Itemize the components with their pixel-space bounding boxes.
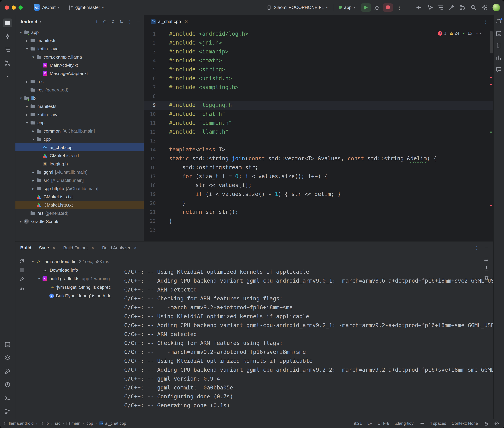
code-line[interactable]: 21 return str.str(); — [144, 208, 493, 216]
error-count[interactable]: !3 — [438, 31, 446, 36]
more-actions-icon[interactable]: ⋮ — [396, 5, 403, 10]
device-selector[interactable]: Xiaomi POCOPHONE F1 ▾ — [264, 3, 330, 11]
vcs-stripe-mark[interactable] — [490, 132, 492, 132]
build-console[interactable]: C/C++: -- Using KleidiAI optimized kerne… — [121, 254, 493, 418]
error-stripe-mark[interactable] — [490, 205, 492, 206]
build-tool-button[interactable] — [3, 367, 12, 376]
tree-item-manifests[interactable]: ▸manifests — [16, 36, 144, 45]
clear-all-icon[interactable] — [484, 275, 489, 280]
profiler-icon[interactable] — [495, 54, 502, 61]
line-number[interactable]: 10 — [144, 110, 161, 118]
line-number[interactable]: 15 — [144, 154, 161, 163]
stop-sync-icon[interactable] — [20, 268, 24, 272]
line-number[interactable]: 13 — [144, 136, 161, 145]
locate-file-icon[interactable]: ⊙ — [103, 19, 107, 24]
tree-item-src[interactable]: ▸src[AiChat.lib.main] — [16, 176, 144, 184]
device-manager-icon[interactable] — [495, 31, 502, 37]
line-number[interactable]: 8 — [144, 92, 161, 101]
file-encoding[interactable]: UTF-8 — [378, 421, 389, 426]
tree-item-lib[interactable]: ▾lib — [16, 94, 144, 102]
device-explorer-tool-button[interactable] — [3, 340, 12, 349]
settings-icon[interactable] — [481, 4, 487, 10]
line-number[interactable]: 23 — [144, 225, 161, 234]
editor-tab-ai-chat-cpp[interactable]: C+ ai_chat.cpp × — [147, 15, 192, 28]
line-number[interactable]: 4 — [144, 56, 161, 65]
tree-item-ai-chat-cpp[interactable]: C+ai_chat.cpp — [16, 143, 144, 151]
tree-item-messageadapter[interactable]: KMessageAdapter.kt — [16, 69, 144, 77]
scroll-to-end-icon[interactable] — [484, 266, 489, 271]
code-line[interactable]: 14template<class T> — [144, 145, 493, 154]
warning-count[interactable]: ⚠24 — [450, 31, 459, 36]
breadcrumb-item[interactable]: main — [67, 421, 80, 426]
indent-setting[interactable]: 4 spaces — [430, 421, 446, 426]
close-window-button[interactable] — [5, 5, 9, 9]
code-line[interactable]: 11#include "common.h" — [144, 118, 493, 127]
profile-avatar[interactable] — [492, 4, 500, 11]
task-list-icon[interactable] — [437, 4, 444, 10]
line-number[interactable]: 5 — [144, 65, 161, 74]
hide-panel-icon[interactable]: − — [485, 245, 488, 250]
notifications-button[interactable] — [495, 18, 502, 25]
line-number[interactable]: 21 — [144, 208, 161, 216]
line-number[interactable]: 2 — [144, 38, 161, 47]
code-line[interactable]: 2#include <jni.h> — [144, 38, 493, 47]
pull-requests-tool-button[interactable] — [3, 58, 12, 67]
previous-problem-icon[interactable]: ▴ — [476, 32, 478, 35]
more-options-icon[interactable]: ⋮ — [128, 19, 132, 24]
lock-icon[interactable] — [483, 421, 488, 426]
build-tree-info[interactable]: i BuildType 'debug' is both de — [28, 291, 121, 300]
collapse-all-icon[interactable]: ⇅ — [119, 19, 123, 24]
close-tab-icon[interactable]: × — [133, 245, 137, 250]
terminal-tool-button[interactable] — [3, 393, 12, 402]
debug-button[interactable] — [374, 4, 380, 10]
tree-item-cpp[interactable]: ▾cpp — [16, 118, 144, 127]
code-line[interactable]: 4#include <cmath> — [144, 56, 493, 65]
code-line[interactable]: 7#include <sampling.h> — [144, 83, 493, 92]
search-everywhere-icon[interactable] — [470, 4, 477, 10]
tree-item-kotlin-java[interactable]: ▾kotlin+java — [16, 45, 144, 53]
build-tree-download-info[interactable]: Download info — [28, 266, 121, 274]
line-number[interactable]: 3 — [144, 47, 161, 56]
code-line[interactable]: 12#include "llama.h" — [144, 127, 493, 136]
line-number[interactable]: 6 — [144, 74, 161, 83]
line-ending[interactable]: LF — [367, 421, 372, 426]
code-line[interactable]: 6#include <unistd.h> — [144, 74, 493, 83]
tree-item-package[interactable]: ▾com.example.llama — [16, 53, 144, 61]
line-number[interactable]: 12 — [144, 127, 161, 136]
code-line[interactable]: 20 } — [144, 199, 493, 208]
tree-item-kotlin-java[interactable]: ▸kotlin+java — [16, 110, 144, 118]
line-number[interactable]: 14 — [144, 145, 161, 154]
show-details-icon[interactable] — [19, 286, 24, 291]
code-line[interactable]: 3#include <iomanip> — [144, 47, 493, 56]
tab-sync[interactable]: Sync× — [39, 245, 56, 250]
tree-item-cpp-inner[interactable]: ▾cpp — [16, 135, 144, 143]
version-control-tool-button[interactable] — [3, 407, 12, 416]
tree-item-cmakelists[interactable]: CMakeLists.txt — [16, 192, 144, 201]
ai-code-icon[interactable] — [427, 4, 433, 10]
vcs-branch-widget[interactable]: ggml-master ▾ — [65, 3, 106, 11]
build-tree-warning[interactable]: ⚠ 'jvmTarget: String' is deprec — [28, 283, 121, 291]
tree-item-mainactivity[interactable]: KMainActivity.kt — [16, 61, 144, 69]
passed-count[interactable]: ✓15 — [463, 31, 472, 36]
expand-all-icon[interactable]: ↕ — [111, 19, 115, 24]
next-problem-icon[interactable]: ▾ — [480, 32, 481, 35]
code-line[interactable]: 5#include <string> — [144, 65, 493, 74]
code-line[interactable]: 23 — [144, 225, 493, 234]
project-tool-button[interactable] — [3, 18, 12, 27]
breadcrumb-item[interactable]: cpp — [86, 421, 93, 426]
breadcrumb-item[interactable]: llama.android — [4, 421, 34, 426]
hide-panel-icon[interactable]: − — [137, 19, 140, 24]
tree-item-manifests[interactable]: ▸manifests — [16, 102, 144, 110]
stop-button[interactable] — [383, 3, 393, 11]
pin-icon[interactable] — [19, 277, 24, 282]
code-line[interactable]: 10#include "chat.h" — [144, 110, 493, 118]
tree-item-res-generated[interactable]: res(generated) — [16, 209, 144, 217]
code-line[interactable]: 13 — [144, 136, 493, 145]
line-number[interactable]: 22 — [144, 216, 161, 225]
structure-tool-button[interactable] — [3, 45, 12, 54]
code-line[interactable]: 19 if (i < values.size() - 1) { str << d… — [144, 190, 493, 199]
code-line[interactable]: 22} — [144, 216, 493, 225]
tree-item-ggml[interactable]: ▸ggml[AiChat.lib.main] — [16, 168, 144, 176]
add-icon[interactable]: + — [95, 19, 99, 24]
project-widget[interactable]: AC AiChat ▾ — [31, 3, 62, 12]
